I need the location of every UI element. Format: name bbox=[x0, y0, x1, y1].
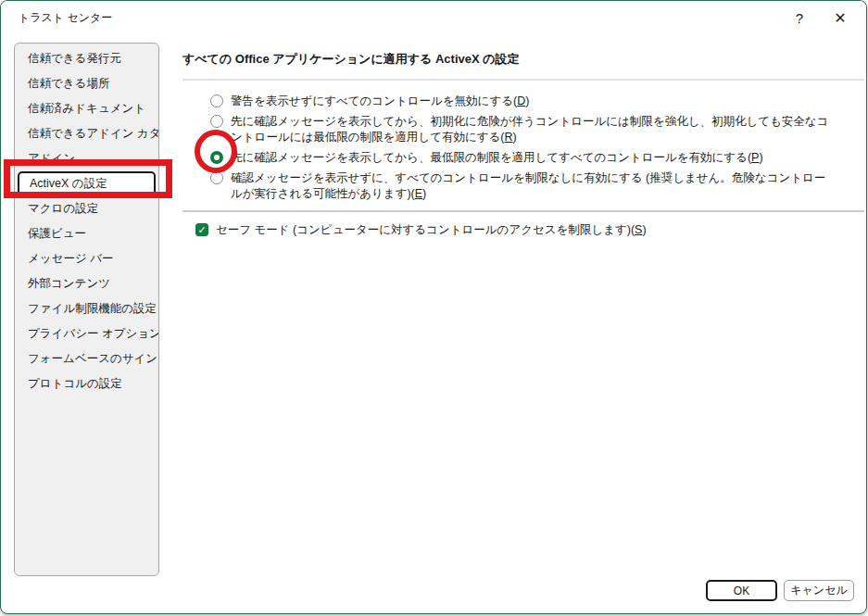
radio-icon[interactable] bbox=[210, 171, 223, 184]
sidebar-item-activex-settings[interactable]: ActiveX の設定 bbox=[18, 171, 156, 196]
radio-disable-all-controls[interactable]: 警告を表示せずにすべてのコントロールを無効にする(D) bbox=[182, 94, 864, 109]
sidebar-item-trusted-publishers[interactable]: 信頼できる発行元 bbox=[15, 46, 158, 71]
sidebar-item-form-based-signin[interactable]: フォームベースのサインイン bbox=[15, 346, 158, 371]
radio-label: 警告を表示せずにすべてのコントロールを無効にする(D) bbox=[231, 94, 529, 109]
help-icon[interactable]: ? bbox=[785, 4, 814, 31]
radio-icon[interactable] bbox=[210, 115, 223, 128]
window-title: トラスト センター bbox=[19, 10, 112, 26]
radio-prompt-minimal-restrictions[interactable]: 先に確認メッセージを表示してから、最低限の制限を適用してすべてのコントロールを有… bbox=[182, 150, 864, 166]
sidebar-item-trusted-documents[interactable]: 信頼済みドキュメント bbox=[15, 96, 158, 121]
page-title: すべての Office アプリケーションに適用する ActiveX の設定 bbox=[182, 51, 864, 68]
checkbox-label: セーフ モード (コンピューターに対するコントロールのアクセスを制限します)(S… bbox=[216, 222, 647, 238]
ok-button[interactable]: OK bbox=[706, 580, 777, 601]
sidebar-item-message-bar[interactable]: メッセージ バー bbox=[15, 246, 158, 271]
sidebar-item-external-content[interactable]: 外部コンテンツ bbox=[15, 271, 158, 296]
main-content: すべての Office アプリケーションに適用する ActiveX の設定 警告… bbox=[182, 45, 864, 238]
trust-center-dialog: トラスト センター ? ✕ 信頼できる発行元 信頼できる場所 信頼済みドキュメン… bbox=[0, 0, 867, 614]
radio-label: 先に確認メッセージを表示してから、初期化に危険が伴うコントロールには制限を強化し… bbox=[231, 114, 837, 145]
sidebar-item-protected-view[interactable]: 保護ビュー bbox=[15, 221, 158, 246]
sidebar-item-macro-settings[interactable]: マクロの設定 bbox=[15, 196, 158, 221]
radio-prompt-restricted[interactable]: 先に確認メッセージを表示してから、初期化に危険が伴うコントロールには制限を強化し… bbox=[182, 114, 864, 145]
radio-label: 確認メッセージを表示せずに、すべてのコントロールを制限なしに有効にする (推奨し… bbox=[231, 170, 837, 202]
sidebar-item-trusted-locations[interactable]: 信頼できる場所 bbox=[15, 71, 158, 96]
sidebar-item-addins[interactable]: アドイン bbox=[15, 146, 158, 171]
cancel-button[interactable]: キャンセル bbox=[784, 580, 854, 601]
titlebar: トラスト センター ? ✕ bbox=[1, 1, 866, 38]
sidebar: 信頼できる発行元 信頼できる場所 信頼済みドキュメント 信頼できるアドイン カタ… bbox=[14, 43, 159, 576]
safe-mode-checkbox-row[interactable]: ✓ セーフ モード (コンピューターに対するコントロールのアクセスを制限します)… bbox=[182, 222, 864, 238]
checkbox-checked-icon[interactable]: ✓ bbox=[195, 223, 208, 236]
activex-option-group: 警告を表示せずにすべてのコントロールを無効にする(D) 先に確認メッセージを表示… bbox=[182, 94, 864, 202]
heading-divider bbox=[182, 79, 864, 81]
close-icon[interactable]: ✕ bbox=[825, 4, 855, 31]
sidebar-item-trusted-addin-catalogs[interactable]: 信頼できるアドイン カタログ bbox=[15, 121, 158, 146]
sidebar-item-protocol-settings[interactable]: プロトコルの設定 bbox=[15, 371, 158, 396]
radio-label: 先に確認メッセージを表示してから、最低限の制限を適用してすべてのコントロールを有… bbox=[231, 150, 763, 166]
sidebar-item-privacy-options[interactable]: プライバシー オプション bbox=[15, 321, 158, 346]
radio-selected-icon[interactable] bbox=[210, 151, 223, 164]
sidebar-item-file-block-settings[interactable]: ファイル制限機能の設定 bbox=[15, 296, 158, 321]
radio-enable-all-controls[interactable]: 確認メッセージを表示せずに、すべてのコントロールを制限なしに有効にする (推奨し… bbox=[182, 170, 864, 202]
radio-icon[interactable] bbox=[210, 94, 223, 107]
section-divider bbox=[182, 210, 864, 212]
